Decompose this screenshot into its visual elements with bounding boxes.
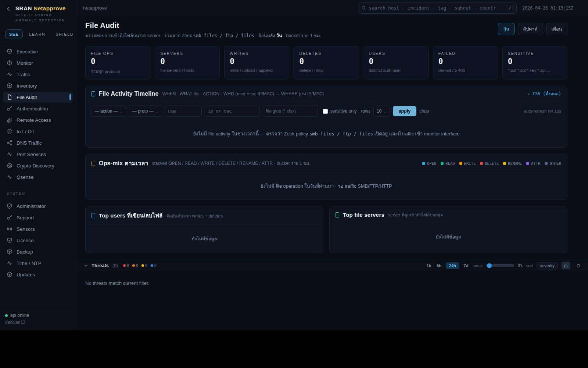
sidebar-item-support[interactable]: Support — [3, 212, 73, 223]
sort-select[interactable]: severity — [537, 262, 558, 269]
threats-empty-state: No threats match current filter. — [85, 280, 588, 286]
topbar: netapprove / 2026-04-26 01:13:15Z — [76, 0, 588, 16]
threats-count: (0) — [112, 263, 118, 268]
sidebar-item-time-ntp[interactable]: Time / NTP — [3, 258, 73, 269]
action-filter-select[interactable]: — action —⌄ — [92, 106, 126, 117]
range-month-button[interactable]: เดือน — [546, 23, 567, 35]
mode-tab-see[interactable]: SEE — [5, 29, 23, 39]
chevron-down-icon — [84, 263, 88, 268]
columns-view-button[interactable] — [562, 262, 570, 269]
stats-row: FILE OPS0รวมทุก protocol SERVERS0file se… — [85, 46, 567, 79]
checkbox-icon[interactable] — [323, 109, 328, 114]
sensitive-only-checkbox-wrap[interactable]: sensitive only — [323, 109, 357, 114]
stat-value: 0 — [160, 57, 214, 66]
severity-high: 0 — [132, 263, 138, 268]
severity-dot-icon — [123, 264, 126, 267]
cpu-icon — [7, 128, 12, 134]
collapse-threats-button[interactable] — [84, 262, 88, 269]
ops-mix-empty-state: ยังไม่มี file operation ในวันที่ผ่านมา ·… — [86, 173, 567, 199]
share-nodes-icon — [7, 140, 12, 146]
timeline-filters: — action —⌄ — proto —⌄ sensitive only ro… — [86, 102, 567, 120]
topbar-app-name: netapprove — [83, 5, 107, 11]
sidebar-item-updates[interactable]: Updates — [3, 269, 73, 280]
sidebar-collapse-button[interactable] — [5, 6, 12, 13]
stat-value: 0 — [508, 57, 562, 66]
search-icon — [361, 6, 366, 10]
severity-slider[interactable] — [486, 264, 514, 267]
sidebar-item-administrator[interactable]: Administrator — [3, 201, 73, 212]
mode-tab-shield[interactable]: SHIELD — [51, 29, 78, 39]
legend-swatch — [480, 162, 483, 165]
sidebar-nav: Executive Monitor Traffic Inventory File… — [0, 43, 76, 183]
rows-select[interactable]: 10⌄ — [373, 106, 390, 117]
sidebar-system-nav: Administrator Support Sensors License Ba… — [0, 198, 76, 280]
sidebar-item-file-audit[interactable]: File Audit — [3, 92, 73, 103]
sidebar-item-qsense[interactable]: Qsense — [3, 171, 73, 183]
range-6h-button[interactable]: 6h — [436, 263, 442, 269]
sort-label: sort — [526, 263, 533, 268]
range-day-button[interactable]: วัน — [498, 23, 515, 35]
slider-knob[interactable] — [487, 263, 492, 268]
legend-item: WRITE — [459, 161, 476, 166]
globe-icon — [7, 60, 12, 66]
timeline-panel-subtitle: WHEN · WHAT file · ACTION · WHO (user + … — [162, 91, 324, 96]
brand-primary: SRAN — [15, 5, 32, 11]
panel-glyph-icon — [92, 91, 95, 96]
sidebar-item-authentication[interactable]: Authentication — [3, 103, 73, 114]
severity-dot-icon — [141, 264, 144, 267]
sidebar-item-iot-ot[interactable]: IoT / OT — [3, 126, 73, 137]
key-icon — [7, 106, 12, 112]
sidebar-item-sensors[interactable]: Sensors — [3, 223, 73, 234]
sidebar-item-crypto-discovery[interactable]: Crypto Discovery — [3, 160, 73, 171]
ip-mac-filter-input[interactable] — [205, 106, 260, 117]
ops-mix-title: Ops-mix ตามเวลา — [99, 159, 148, 168]
page-header: File Audit ตรวจสอบการเข้าถึงไฟล์บน file … — [85, 21, 567, 39]
auto-refresh-note: auto-refresh ทุก 10s — [524, 108, 561, 114]
activity-icon — [7, 174, 12, 180]
sidebar-item-backup[interactable]: Backup — [3, 246, 73, 257]
ops-mix-panel: Ops-mix ตามเวลา stacked OPEN / READ / WR… — [85, 154, 567, 200]
sidebar-item-traffic[interactable]: Traffic — [3, 69, 73, 80]
sidebar-item-license[interactable]: License — [3, 235, 73, 246]
shield-check-icon — [7, 237, 12, 243]
csv-export-link[interactable]: ↓ CSV (ทั้งหมด) — [528, 91, 561, 97]
user-filter-input[interactable] — [165, 106, 202, 117]
threats-title: Threats — [92, 263, 109, 268]
search-input[interactable] — [369, 5, 504, 11]
threats-dock-bar[interactable]: Threats (0) 0 0 0 0 1h 6h 24h 7d sev ≥ 0… — [76, 260, 588, 271]
legend-item: RENAME — [503, 161, 522, 166]
mode-tab-learn[interactable]: LEARN — [25, 29, 49, 39]
sidebar-item-port-services[interactable]: Port Services — [3, 149, 73, 160]
activity-icon — [7, 151, 12, 157]
global-search[interactable]: / — [358, 3, 517, 14]
apply-button[interactable]: apply — [393, 106, 417, 116]
legend-item: ATTR — [526, 161, 540, 166]
legend-item: OPEN — [422, 161, 436, 166]
range-24h-button[interactable]: 24h — [446, 262, 459, 269]
legend-swatch — [526, 162, 529, 165]
range-week-button[interactable]: สัปดาห์ — [518, 23, 543, 35]
panel-glyph-icon — [92, 213, 95, 218]
system-section-label: SYSTEM — [0, 186, 76, 198]
file-icon — [7, 94, 12, 100]
legend-swatch — [503, 162, 506, 165]
live-refresh-button[interactable] — [574, 262, 583, 269]
hostname: debian13 — [5, 320, 71, 325]
cube-icon — [7, 249, 12, 255]
sidebar-item-monitor[interactable]: Monitor — [3, 57, 73, 68]
sidebar-item-executive[interactable]: Executive — [3, 46, 73, 57]
sidebar-item-inventory[interactable]: Inventory — [3, 80, 73, 91]
sidebar-item-dns-traffic[interactable]: DNS Traffic — [3, 137, 73, 148]
brand-accent: Netapprove — [33, 5, 65, 11]
timeline-empty-state: ยังไม่มี file activity ในช่วงเวลานี้ — ต… — [86, 120, 567, 147]
clear-button[interactable]: clear — [419, 109, 429, 114]
shield-check-icon — [7, 49, 12, 54]
range-1h-button[interactable]: 1h — [426, 263, 432, 269]
sidebar-item-remote-access[interactable]: Remote Access — [3, 114, 73, 125]
file-glob-filter-input[interactable] — [263, 106, 318, 117]
proto-filter-select[interactable]: — proto —⌄ — [129, 106, 162, 117]
radio-icon — [7, 226, 12, 232]
stat-value: 0 — [369, 57, 423, 66]
legend-item: DELETE — [480, 161, 499, 166]
range-7d-button[interactable]: 7d — [463, 263, 469, 269]
